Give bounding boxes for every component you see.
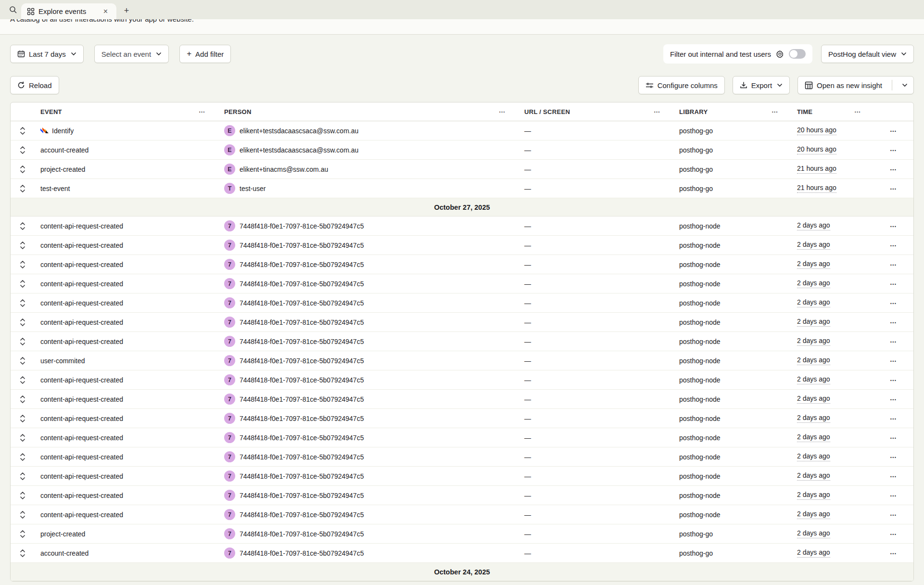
table-row[interactable]: content-api-request-created 7 7448f418-f… <box>11 505 913 524</box>
event-cell[interactable]: test-event <box>35 179 218 198</box>
table-row[interactable]: content-api-request-created 7 7448f418-f… <box>11 293 913 313</box>
row-more-icon[interactable]: ⋯ <box>890 146 898 154</box>
table-row[interactable]: Identify E elikent+testsdacaascsaca@ssw.… <box>11 121 913 140</box>
row-more-icon[interactable]: ⋯ <box>890 376 898 384</box>
drag-handle[interactable] <box>11 216 35 235</box>
event-cell[interactable]: account-created <box>35 544 218 562</box>
table-row[interactable]: account-created 7 7448f418-f0e1-7097-81c… <box>11 544 913 563</box>
event-cell[interactable]: content-api-request-created <box>35 409 218 428</box>
person-cell[interactable]: E elikent+tinacms@ssw.com.au <box>218 160 519 178</box>
drag-handle[interactable] <box>11 524 35 543</box>
person-cell[interactable]: 7 7448f418-f0e1-7097-81ce-5b07924947c5 <box>218 544 519 562</box>
drag-handle[interactable] <box>11 255 35 274</box>
event-cell[interactable]: project-created <box>35 160 218 178</box>
row-more-icon[interactable]: ⋯ <box>890 453 898 461</box>
column-more-icon[interactable]: ⋯ <box>499 108 506 115</box>
person-cell[interactable]: 7 7448f418-f0e1-7097-81ce-5b07924947c5 <box>218 216 519 235</box>
event-cell[interactable]: content-api-request-created <box>35 370 218 389</box>
column-header-person[interactable]: PERSON ⋯ <box>218 102 519 121</box>
column-more-icon[interactable]: ⋯ <box>654 108 661 115</box>
row-more-icon[interactable]: ⋯ <box>890 357 898 365</box>
person-cell[interactable]: E elikent+testsdacaascsaca@ssw.com.au <box>218 140 519 159</box>
table-row[interactable]: content-api-request-created 7 7448f418-f… <box>11 216 913 236</box>
person-cell[interactable]: 7 7448f418-f0e1-7097-81ce-5b07924947c5 <box>218 409 519 428</box>
event-cell[interactable]: content-api-request-created <box>35 332 218 351</box>
row-more-icon[interactable]: ⋯ <box>890 280 898 288</box>
event-cell[interactable]: content-api-request-created <box>35 505 218 524</box>
drag-handle[interactable] <box>11 274 35 293</box>
drag-handle[interactable] <box>11 332 35 351</box>
row-more-icon[interactable]: ⋯ <box>890 395 898 403</box>
drag-handle[interactable] <box>11 313 35 331</box>
person-cell[interactable]: E elikent+testsdacaascsaca@ssw.com.au <box>218 121 519 140</box>
add-filter-button[interactable]: + Add filter <box>179 45 231 63</box>
event-cell[interactable]: project-created <box>35 524 218 543</box>
person-cell[interactable]: 7 7448f418-f0e1-7097-81ce-5b07924947c5 <box>218 313 519 331</box>
event-cell[interactable]: account-created <box>35 140 218 159</box>
table-row[interactable]: project-created E elikent+tinacms@ssw.co… <box>11 160 913 179</box>
export-button[interactable]: Export <box>733 76 790 94</box>
date-range-select[interactable]: Last 7 days <box>10 45 84 63</box>
internal-users-toggle[interactable] <box>789 49 806 59</box>
row-more-icon[interactable]: ⋯ <box>890 415 898 422</box>
person-cell[interactable]: 7 7448f418-f0e1-7097-81ce-5b07924947c5 <box>218 428 519 447</box>
table-row[interactable]: content-api-request-created 7 7448f418-f… <box>11 332 913 351</box>
tab-close-icon[interactable]: × <box>101 7 110 16</box>
row-more-icon[interactable]: ⋯ <box>890 127 898 135</box>
table-row[interactable]: content-api-request-created 7 7448f418-f… <box>11 409 913 428</box>
drag-handle[interactable] <box>11 293 35 312</box>
table-row[interactable]: account-created E elikent+testsdacaascsa… <box>11 140 913 160</box>
row-more-icon[interactable]: ⋯ <box>890 299 898 307</box>
row-more-icon[interactable]: ⋯ <box>890 492 898 499</box>
column-header-library[interactable]: LIBRARY ⋯ <box>673 102 791 121</box>
row-more-icon[interactable]: ⋯ <box>890 338 898 345</box>
row-more-icon[interactable]: ⋯ <box>890 318 898 326</box>
search-button[interactable] <box>5 2 21 17</box>
table-row[interactable]: content-api-request-created 7 7448f418-f… <box>11 447 913 467</box>
person-cell[interactable]: 7 7448f418-f0e1-7097-81ce-5b07924947c5 <box>218 447 519 466</box>
row-more-icon[interactable]: ⋯ <box>890 530 898 538</box>
event-cell[interactable]: content-api-request-created <box>35 467 218 485</box>
reload-button[interactable]: Reload <box>10 76 59 94</box>
table-row[interactable]: content-api-request-created 7 7448f418-f… <box>11 428 913 447</box>
person-cell[interactable]: 7 7448f418-f0e1-7097-81ce-5b07924947c5 <box>218 274 519 293</box>
person-cell[interactable]: 7 7448f418-f0e1-7097-81ce-5b07924947c5 <box>218 236 519 254</box>
person-cell[interactable]: 7 7448f418-f0e1-7097-81ce-5b07924947c5 <box>218 332 519 351</box>
drag-handle[interactable] <box>11 236 35 254</box>
table-row[interactable]: project-created 7 7448f418-f0e1-7097-81c… <box>11 524 913 544</box>
person-cell[interactable]: 7 7448f418-f0e1-7097-81ce-5b07924947c5 <box>218 390 519 408</box>
table-row[interactable]: content-api-request-created 7 7448f418-f… <box>11 236 913 255</box>
event-cell[interactable]: content-api-request-created <box>35 255 218 274</box>
event-cell[interactable]: content-api-request-created <box>35 447 218 466</box>
row-more-icon[interactable]: ⋯ <box>890 185 898 192</box>
person-cell[interactable]: 7 7448f418-f0e1-7097-81ce-5b07924947c5 <box>218 370 519 389</box>
event-cell[interactable]: user-commited <box>35 351 218 370</box>
drag-handle[interactable] <box>11 179 35 198</box>
person-cell[interactable]: 7 7448f418-f0e1-7097-81ce-5b07924947c5 <box>218 255 519 274</box>
table-row[interactable]: content-api-request-created 7 7448f418-f… <box>11 255 913 274</box>
table-row[interactable]: user-commited 7 7448f418-f0e1-7097-81ce-… <box>11 351 913 370</box>
drag-handle[interactable] <box>11 505 35 524</box>
configure-columns-button[interactable]: Configure columns <box>638 76 725 94</box>
row-more-icon[interactable]: ⋯ <box>890 472 898 480</box>
person-cell[interactable]: 7 7448f418-f0e1-7097-81ce-5b07924947c5 <box>218 351 519 370</box>
gear-icon[interactable] <box>776 50 784 58</box>
drag-handle[interactable] <box>11 544 35 562</box>
table-row[interactable]: content-api-request-created 7 7448f418-f… <box>11 390 913 409</box>
row-more-icon[interactable]: ⋯ <box>890 434 898 442</box>
person-cell[interactable]: 7 7448f418-f0e1-7097-81ce-5b07924947c5 <box>218 293 519 312</box>
column-header-time[interactable]: TIME ⋯ <box>791 102 874 121</box>
table-row[interactable]: content-api-request-created 7 7448f418-f… <box>11 370 913 390</box>
person-cell[interactable]: 7 7448f418-f0e1-7097-81ce-5b07924947c5 <box>218 524 519 543</box>
drag-handle[interactable] <box>11 409 35 428</box>
tab-explore-events[interactable]: Explore events × <box>21 3 116 19</box>
row-more-icon[interactable]: ⋯ <box>890 511 898 519</box>
row-more-icon[interactable]: ⋯ <box>890 261 898 268</box>
drag-handle[interactable] <box>11 140 35 159</box>
drag-handle[interactable] <box>11 370 35 389</box>
row-more-icon[interactable]: ⋯ <box>890 165 898 173</box>
open-as-new-insight-button[interactable]: Open as new insight <box>797 76 914 94</box>
table-row[interactable]: test-event T test-user — posthog-go 21 h… <box>11 179 913 198</box>
column-header-url-screen[interactable]: URL / SCREEN ⋯ <box>519 102 673 121</box>
person-cell[interactable]: 7 7448f418-f0e1-7097-81ce-5b07924947c5 <box>218 505 519 524</box>
